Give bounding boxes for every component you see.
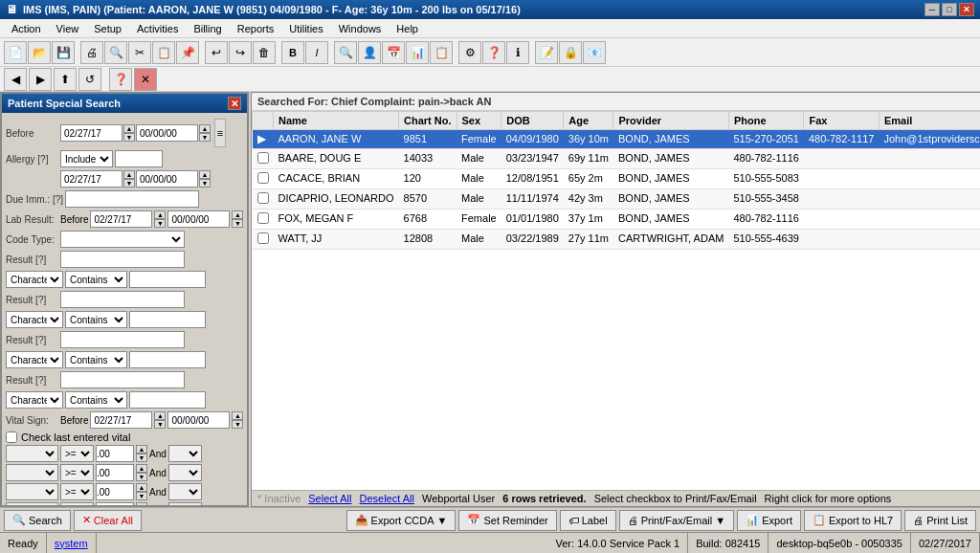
result-contains-sel-4[interactable]: Contains — [65, 391, 127, 409]
tb-search-icon[interactable]: 🔍 — [334, 41, 357, 64]
tb2-help2[interactable]: ❓ — [109, 68, 132, 91]
tb2-refresh[interactable]: ↺ — [78, 68, 101, 91]
vital-and-sel-2[interactable] — [168, 464, 202, 481]
vital-date-input[interactable] — [90, 411, 152, 429]
tb2-back[interactable]: ◀ — [4, 68, 27, 91]
allergy-time-up[interactable]: ▲ — [199, 170, 211, 179]
row-checkbox[interactable] — [257, 212, 269, 224]
allergy-time-down[interactable]: ▼ — [199, 179, 211, 188]
tb-preview[interactable]: 🔍 — [104, 41, 127, 64]
vital-cmp-1[interactable]: >= — [60, 445, 94, 462]
panel-close-btn[interactable]: ✕ — [228, 97, 241, 110]
table-row[interactable]: CACACE, BRIAN120Male12/08/195165y 2mBOND… — [253, 169, 981, 189]
vital-and-sel-3[interactable] — [168, 483, 202, 500]
vital-date-down[interactable]: ▼ — [154, 420, 166, 429]
col-sex[interactable]: Sex — [457, 112, 501, 130]
scroll-handle[interactable]: ≡ — [214, 119, 226, 147]
tb-new[interactable]: 📄 — [4, 41, 27, 64]
result-input-2[interactable] — [60, 291, 185, 308]
tb-delete[interactable]: 🗑 — [253, 41, 276, 64]
tb-redo[interactable]: ↪ — [229, 41, 252, 64]
row-checkbox[interactable] — [257, 192, 269, 204]
export-button[interactable]: 📊 Export — [737, 510, 801, 531]
tb-print[interactable]: 🖨 — [80, 41, 103, 64]
tb-extra1[interactable]: 📝 — [535, 41, 558, 64]
allergy-input[interactable] — [115, 150, 163, 167]
vital-sel-3a[interactable] — [6, 483, 58, 500]
tb-report[interactable]: 📋 — [430, 41, 453, 64]
lab-date-input[interactable] — [90, 210, 152, 228]
result-char-sel-3[interactable]: Character — [6, 351, 63, 368]
before-time-down[interactable]: ▼ — [199, 133, 211, 142]
allergy-date-down[interactable]: ▼ — [123, 179, 135, 188]
tb-paste[interactable]: 📌 — [176, 41, 199, 64]
vital-and-sel-1[interactable] — [168, 445, 202, 462]
export-hl7-button[interactable]: 📋 Export to HL7 — [804, 510, 902, 531]
menu-utilities[interactable]: Utilities — [281, 21, 330, 36]
result-input-1[interactable] — [60, 251, 185, 268]
before-date-spinner[interactable]: ▲ ▼ — [123, 124, 135, 142]
tb-extra3[interactable]: 📧 — [583, 41, 606, 64]
row-checkbox[interactable] — [257, 172, 269, 184]
check-last-vital-cb[interactable] — [6, 431, 17, 443]
result-val-4[interactable] — [129, 391, 206, 409]
result-char-sel-2[interactable]: Character — [6, 311, 63, 328]
result-contains-sel-2[interactable]: Contains — [65, 311, 127, 328]
menu-help[interactable]: Help — [389, 21, 426, 36]
tb-patient[interactable]: 👤 — [358, 41, 381, 64]
col-chart[interactable]: Chart No. — [399, 112, 457, 130]
allergy-date-input[interactable] — [60, 170, 122, 188]
table-row[interactable]: WATT, JJ12808Male03/22/198927y 11mCARTWR… — [253, 230, 981, 250]
tb-undo[interactable]: ↩ — [205, 41, 228, 64]
before-date-input[interactable] — [60, 124, 122, 142]
table-row[interactable]: BAARE, DOUG E14033Male03/23/194769y 11mB… — [253, 149, 981, 169]
menu-setup[interactable]: Setup — [86, 21, 129, 36]
tb-calendar[interactable]: 📅 — [382, 41, 405, 64]
maximize-btn[interactable]: □ — [942, 3, 957, 16]
allergy-time-input[interactable] — [136, 170, 198, 188]
before-date-up[interactable]: ▲ — [123, 124, 135, 133]
vital-time-up[interactable]: ▲ — [232, 411, 243, 420]
clear-all-button[interactable]: ✕ Clear All — [74, 510, 142, 531]
tb-chart[interactable]: 📊 — [406, 41, 429, 64]
vital-val-3-up[interactable]: ▲ — [136, 483, 147, 492]
export-ccda-button[interactable]: 📤 Export CCDA ▼ — [346, 510, 457, 531]
lab-time-input[interactable] — [167, 210, 230, 228]
menu-billing[interactable]: Billing — [186, 21, 229, 36]
before-date-down[interactable]: ▼ — [123, 133, 135, 142]
close-btn[interactable]: ✕ — [959, 3, 974, 16]
lab-date-up[interactable]: ▲ — [154, 210, 166, 219]
vital-cmp-2[interactable]: >= — [60, 464, 94, 481]
vital-cmp-3[interactable]: >= — [60, 483, 94, 500]
before-time-up[interactable]: ▲ — [199, 124, 211, 133]
tb2-forward[interactable]: ▶ — [29, 68, 52, 91]
before-time-spinner[interactable]: ▲ ▼ — [199, 124, 211, 142]
col-provider[interactable]: Provider — [613, 112, 728, 130]
result-contains-sel-3[interactable]: Contains — [65, 351, 127, 368]
col-fax[interactable]: Fax — [804, 112, 880, 130]
vital-val-2[interactable] — [96, 464, 134, 481]
lab-time-up[interactable]: ▲ — [232, 210, 243, 219]
tb-info[interactable]: ℹ — [506, 41, 529, 64]
vital-val-2-down[interactable]: ▼ — [136, 473, 147, 481]
tb-help[interactable]: ❓ — [482, 41, 505, 64]
print-list-button[interactable]: 🖨 Print List — [904, 510, 976, 531]
table-row[interactable]: ▶AARON, JANE W9851Female04/09/198036y 10… — [253, 130, 981, 149]
result-input-4[interactable] — [60, 371, 185, 388]
vital-val-1[interactable] — [96, 445, 134, 462]
label-button[interactable]: 🏷 Label — [560, 510, 616, 531]
allergy-include-select[interactable]: Include Exclude — [60, 150, 113, 167]
vital-val-3[interactable] — [96, 483, 134, 500]
col-name[interactable]: Name — [274, 112, 399, 130]
result-contains-sel-1[interactable]: Contains — [65, 271, 127, 288]
col-phone[interactable]: Phone — [728, 112, 804, 130]
tb-bold[interactable]: B — [281, 41, 304, 64]
lab-time-down[interactable]: ▼ — [232, 219, 243, 228]
tb-open[interactable]: 📂 — [28, 41, 51, 64]
menu-activities[interactable]: Activities — [129, 21, 186, 36]
minimize-btn[interactable]: ─ — [924, 3, 940, 16]
search-button[interactable]: 🔍 Search — [4, 510, 71, 531]
lab-date-down[interactable]: ▼ — [154, 219, 166, 228]
vital-val-3-down[interactable]: ▼ — [136, 492, 147, 500]
before-time-input[interactable] — [136, 124, 198, 142]
